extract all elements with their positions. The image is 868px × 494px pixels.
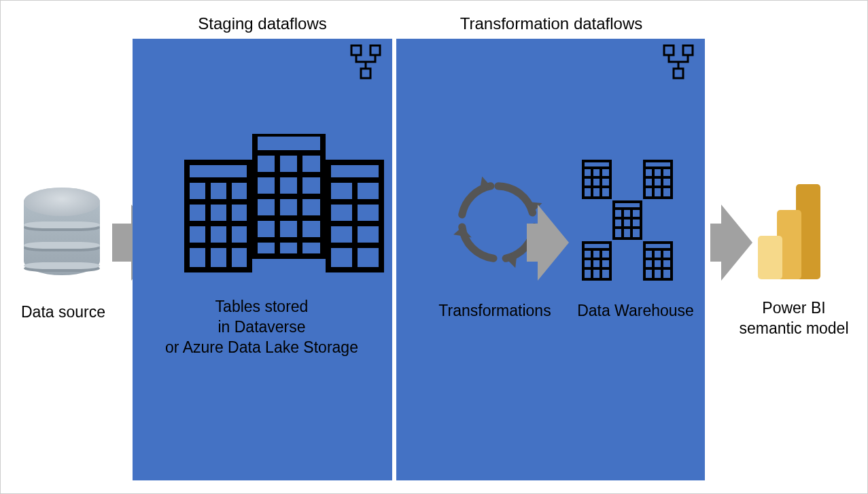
staging-label-line1: Tables stored bbox=[160, 297, 364, 317]
power-bi-icon bbox=[754, 184, 829, 286]
staging-label: Tables stored in Dataverse or Azure Data… bbox=[160, 297, 364, 358]
dataflow-icon bbox=[346, 44, 384, 82]
svg-marker-29 bbox=[453, 227, 472, 237]
staging-panel: Tables stored in Dataverse or Azure Data… bbox=[133, 39, 392, 480]
transformations-label: Transformations bbox=[423, 301, 566, 321]
data-warehouse-label: Data Warehouse bbox=[568, 301, 704, 321]
svg-rect-1 bbox=[370, 46, 380, 55]
svg-rect-2 bbox=[361, 69, 370, 78]
power-bi-label-line1: Power BI bbox=[729, 298, 858, 319]
small-tables-icon bbox=[580, 154, 702, 290]
dataflow-icon bbox=[659, 44, 697, 82]
staging-label-line2: in Dataverse bbox=[160, 317, 364, 338]
power-bi-label-line2: semantic model bbox=[729, 319, 858, 339]
staging-label-line3: or Azure Data Lake Storage bbox=[160, 338, 364, 358]
arrow-transform-to-warehouse bbox=[527, 205, 569, 281]
arrow-transform-to-powerbi bbox=[710, 205, 752, 281]
svg-rect-26 bbox=[674, 69, 683, 78]
data-source-label: Data source bbox=[16, 302, 111, 323]
diagram-canvas: Staging dataflows Transformation dataflo… bbox=[0, 0, 868, 494]
database-icon bbox=[24, 188, 100, 289]
svg-rect-0 bbox=[351, 46, 361, 55]
svg-rect-63 bbox=[758, 236, 782, 279]
staging-title: Staging dataflows bbox=[171, 14, 354, 33]
power-bi-label: Power BI semantic model bbox=[729, 298, 858, 339]
svg-rect-24 bbox=[664, 46, 674, 55]
svg-rect-25 bbox=[683, 46, 693, 55]
transformation-title: Transformation dataflows bbox=[449, 14, 653, 33]
transformation-panel: Transformations bbox=[396, 39, 705, 480]
tables-large-icon bbox=[180, 134, 384, 283]
